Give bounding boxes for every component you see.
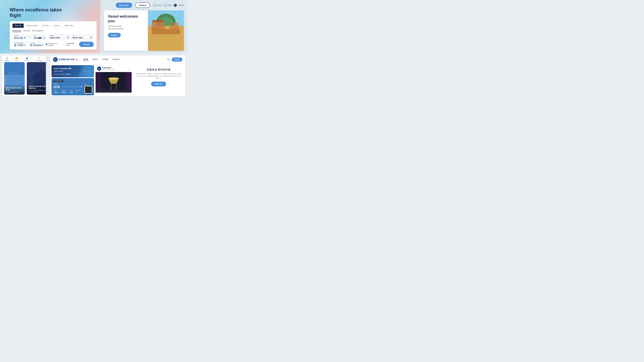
svg-rect-7 xyxy=(170,23,179,29)
promo-text: Seoul welcomes you Flying twice daily fr… xyxy=(104,10,148,51)
promo-image xyxy=(148,10,184,51)
ka-search-icon[interactable]: 🔍 xyxy=(167,58,170,61)
promo-card: Seoul welcomes you Flying twice daily fr… xyxy=(104,10,184,51)
step-search-label: Search xyxy=(157,4,162,6)
prestige-badge: PRESTIGE xyxy=(54,80,63,82)
bottom-row: PASSENGERS 👤 1 Adult ▾ CLASS 💺 Economy ▾ xyxy=(12,41,94,47)
trip-type-round[interactable]: Round trip xyxy=(12,30,21,32)
ka-nav-book[interactable]: Book xyxy=(83,58,88,61)
ka-header: KOREAN AIR 🌸 Book Airport In-flight Skyp… xyxy=(50,55,186,64)
person-icon: 👤 xyxy=(14,44,16,46)
to-date-label: TO xyxy=(73,35,92,36)
ka-nav-skypass[interactable]: Skypass xyxy=(112,58,120,61)
explore-button[interactable]: Explore xyxy=(108,33,121,37)
qr-inner xyxy=(85,86,92,93)
svg-rect-6 xyxy=(152,29,180,34)
ka-tail-icon xyxy=(82,67,92,76)
date-fields: FROM Depart Date 📅 TO Return Date 📅 xyxy=(48,34,94,40)
svg-rect-5 xyxy=(152,20,164,22)
card-insurance[interactable]: 간편하게 여행 보험 가입하고 안전한 여행하세요. 나에게 맞는 여행 보험을… xyxy=(27,62,46,95)
passengers-field[interactable]: PASSENGERS 👤 1 Adult ▾ xyxy=(12,41,27,47)
search-button[interactable]: Search xyxy=(79,42,94,47)
refundable-option[interactable]: Refundable fares xyxy=(64,43,78,46)
tab-book-trip[interactable]: Book trip xyxy=(12,23,24,28)
class-field[interactable]: CLASS 💺 Economy ▾ xyxy=(28,41,44,47)
depart-date-field[interactable]: FROM Depart Date 📅 xyxy=(48,34,71,40)
trip-type-multi[interactable]: Multi-segments xyxy=(32,30,44,32)
from-value: Seoul INC ✈ xyxy=(14,37,26,39)
promo-highlight-text: 비행 중에 휴대폰, 태블릿, 노트북으로 와이파이를 이용해 보세요. 베트남… xyxy=(136,73,181,79)
promo-detail-button[interactable]: 자세히 보기 xyxy=(151,82,166,86)
social-menu-icon[interactable]: ⋮ xyxy=(128,67,130,70)
step-3: 3 xyxy=(174,4,177,7)
flexible-dates-checkbox[interactable]: ✓ xyxy=(46,43,48,45)
card-insurance-sub: 나에게 맞는 여행 보험을 확인하고 동반자까지 편리하게 가입하세요. xyxy=(28,90,46,93)
seat-value: 12A xyxy=(70,91,73,94)
from-badge: INC xyxy=(20,37,23,39)
promo-highlight-title: 프로모션 하이라이트 xyxy=(146,68,170,71)
bottom-section: ⊙ Home 🎫 Book 🧳 My trips ✈ Flight status xyxy=(0,53,188,98)
ka-nav-inflight[interactable]: In-flight xyxy=(102,58,108,61)
ka-login-button[interactable]: Log in xyxy=(172,57,182,62)
social-name: Koreanair ● xyxy=(102,67,114,69)
ka-logo-circle xyxy=(53,57,58,62)
promo-subtitle: Flying twice daily from New York JFK xyxy=(108,25,144,30)
check-icon: ✓ xyxy=(46,44,47,45)
home-icon: ⊙ xyxy=(6,57,8,60)
trip-type-oneway[interactable]: One way xyxy=(23,30,30,32)
step-payment: Payme xyxy=(179,4,184,6)
origin: SEOUL ICN xyxy=(54,83,60,89)
dest-city: LA xyxy=(85,83,92,85)
promo-title: Seoul welcomes you xyxy=(108,14,144,23)
hero-right: Book now Redeem ✓ Search ✓ Flight 3 Paym… xyxy=(100,0,188,53)
tab-flight-status[interactable]: Flight Status xyxy=(62,23,76,28)
verified-badge-icon: ● xyxy=(112,67,112,69)
tab-redeem-flights[interactable]: Redeem Flights xyxy=(24,23,40,28)
fields-row-top: FROM Seoul INC ✈ ⇌ TO Bali DPS 🛬 xyxy=(12,34,94,40)
swap-button[interactable]: ⇌ xyxy=(28,35,32,39)
to-field[interactable]: TO Bali DPS 🛬 xyxy=(32,34,47,40)
pass-class-group: PASSENGERS 👤 1 Adult ▾ CLASS 💺 Economy ▾ xyxy=(12,41,44,47)
suitcase-icon: 🧳 xyxy=(26,57,28,60)
svg-rect-4 xyxy=(152,21,164,30)
ticket-card: PRESTIGE SEOUL ICN ✈ LA LAX xyxy=(52,78,94,95)
social-header: Koreanair ● Seoul, South Korea ⋮ xyxy=(96,65,132,72)
card-immigration[interactable]: 출입국 정보를 지도에서 보세요 국 규정을 확인하세요 xyxy=(4,62,25,95)
ka-right: 🔍 Log in xyxy=(167,57,182,62)
redeem-button[interactable]: Redeem xyxy=(135,2,150,8)
book-now-button[interactable]: Book now xyxy=(116,2,132,8)
social-post-image: 1/3 xyxy=(96,72,132,93)
svg-rect-23 xyxy=(96,72,101,93)
from-label: FROM xyxy=(14,35,26,36)
return-date-field[interactable]: TO Return Date 📅 xyxy=(71,34,94,40)
mobile-nav-flightstatus[interactable]: ✈ Flight status xyxy=(36,57,43,61)
group-detail: GROUP 1 xyxy=(76,90,80,94)
social-account-info: Koreanair ● Seoul, South Korea xyxy=(102,67,114,70)
from-field[interactable]: FROM Seoul INC ✈ xyxy=(12,34,27,40)
passengers-value: 👤 1 Adult ▾ xyxy=(14,44,26,46)
plane-arrive-icon: 🛬 xyxy=(43,37,45,39)
step-payment-label: Payme xyxy=(179,4,184,6)
step-search: ✓ Search xyxy=(153,4,162,7)
to-label: TO xyxy=(34,35,45,36)
mobile-nav-mytrips[interactable]: 🧳 My trips xyxy=(24,57,29,61)
mobile-nav-home[interactable]: ⊙ Home xyxy=(5,57,9,61)
ka-nav-airport[interactable]: Airport xyxy=(92,58,98,61)
tab-check-in[interactable]: Check-in xyxy=(51,23,62,28)
card-immigration-overlay: 출입국 정보를 지도에서 보세요 국 규정을 확인하세요 xyxy=(4,84,25,95)
route-plane-icon: ✈ xyxy=(80,85,82,88)
class-value: 💺 Economy ▾ xyxy=(30,44,43,46)
from-date-label: FROM xyxy=(50,35,69,36)
return-date-value: Return Date 📅 xyxy=(73,37,92,39)
progress-row: Book now Redeem ✓ Search ✓ Flight 3 Paym… xyxy=(104,2,184,8)
svg-rect-24 xyxy=(126,72,132,93)
progress-steps: ✓ Search ✓ Flight 3 Payme xyxy=(153,4,184,7)
ticket-header: PRESTIGE xyxy=(54,80,92,82)
refundable-checkbox[interactable] xyxy=(64,43,66,45)
tab-my-trips[interactable]: My Trips xyxy=(40,23,51,28)
mobile-nav-book[interactable]: 🎫 Book xyxy=(15,57,18,61)
flexible-dates-option[interactable]: ✓ My dates are flexible xyxy=(46,43,62,46)
korean-air-website: KOREAN AIR 🌸 Book Airport In-flight Skyp… xyxy=(50,55,186,96)
to-badge: DPS xyxy=(38,37,42,39)
calendar-return-icon: 📅 xyxy=(90,37,92,39)
